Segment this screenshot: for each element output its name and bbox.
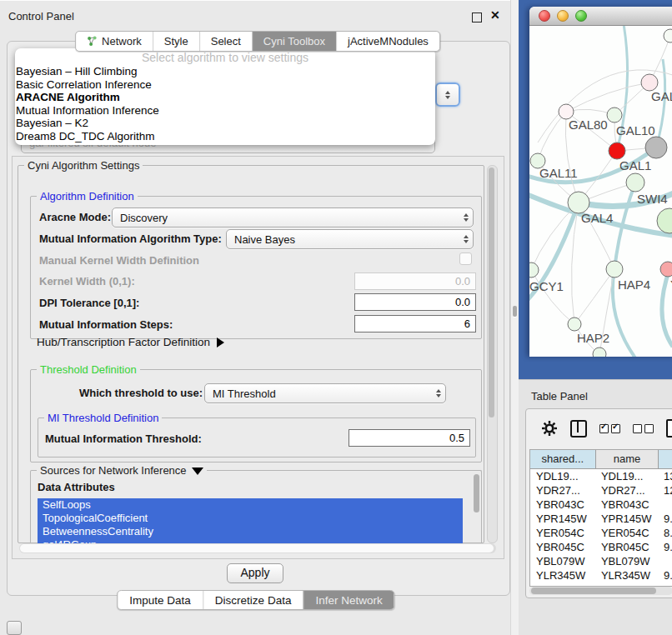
hub-definition-label: Hub/Transcription Factor Definition bbox=[37, 336, 210, 348]
settings-horizontal-scrollbar[interactable] bbox=[19, 543, 496, 553]
network-canvas[interactable]: GALGAL80GAL10GAL1GAL11SWI4GAL4GCY1HAP4YH… bbox=[529, 26, 672, 357]
select-all-checkboxes-icon[interactable] bbox=[599, 424, 620, 433]
table-cell: YBL079W bbox=[595, 554, 658, 568]
algorithm-option-mutual-information-inference[interactable]: Mutual Information Inference bbox=[15, 104, 435, 118]
tab-network[interactable]: Network bbox=[76, 32, 153, 51]
minimize-traffic-light-icon[interactable] bbox=[557, 10, 569, 22]
tab-jactivemnodules[interactable]: jActiveMNodules bbox=[336, 32, 439, 51]
network-edge[interactable] bbox=[574, 269, 614, 324]
algorithm-option-bayesian-k2[interactable]: Bayesian – K2 bbox=[15, 117, 435, 130]
table-cell: YBR043C bbox=[530, 498, 595, 512]
network-node-y[interactable] bbox=[660, 262, 672, 277]
table-row[interactable]: YBR045CYBR045C9. bbox=[530, 540, 672, 554]
which-threshold-label: Which threshold to use: bbox=[79, 387, 203, 399]
sources-group-title[interactable]: Sources for Network Inference bbox=[37, 464, 207, 477]
network-node-hap4[interactable] bbox=[606, 261, 623, 278]
apply-button[interactable]: Apply bbox=[227, 563, 283, 583]
mi-threshold-label: Mutual Information Threshold: bbox=[45, 432, 202, 445]
node-label-gal11: GAL11 bbox=[539, 166, 578, 180]
mi-threshold-field[interactable]: 0.5 bbox=[349, 429, 470, 447]
tab-label: Select bbox=[211, 35, 241, 48]
network-edge[interactable] bbox=[566, 82, 649, 112]
scrollbar-thumb[interactable] bbox=[531, 588, 656, 594]
table-panel-title: Table Panel bbox=[531, 390, 588, 402]
table-panel-region: Table Panel shared...name bbox=[519, 379, 672, 635]
tab-select[interactable]: Select bbox=[199, 32, 252, 51]
algorithm-dropdown-popup: Select algorithm to view settings Bayesi… bbox=[15, 48, 435, 145]
subtab-infer-network[interactable]: Infer Network bbox=[303, 591, 394, 609]
settings-vertical-scrollbar[interactable] bbox=[487, 165, 498, 543]
table-row[interactable]: YPR145WYPR145W9. bbox=[530, 512, 672, 526]
algorithm-option-bayesian-hill-climbing[interactable]: Bayesian – Hill Climbing bbox=[15, 65, 435, 78]
column-header-clipped[interactable] bbox=[659, 450, 672, 468]
collapsed-panel-button[interactable] bbox=[7, 621, 22, 635]
manual-kernel-checkbox[interactable] bbox=[459, 252, 472, 265]
node-attribute-table: shared...name YDL19...YDL19...13YDR27...… bbox=[529, 449, 672, 587]
algorithm-option-aracne-algorithm[interactable]: ARACNE Algorithm bbox=[15, 91, 435, 104]
kernel-width-field[interactable]: 0.0 bbox=[354, 272, 476, 290]
expander-right-triangle-icon bbox=[217, 338, 224, 348]
node-label-swi4: SWI4 bbox=[637, 192, 668, 206]
table-row[interactable]: YDL19...YDL19...13 bbox=[530, 469, 672, 483]
attributes-list-scrollbar[interactable] bbox=[474, 474, 479, 512]
desktop-background: GALGAL80GAL10GAL1GAL11SWI4GAL4GCY1HAP4YH… bbox=[519, 0, 672, 379]
algorithm-option-dream8-dc-tdc-algorithm[interactable]: Dream8 DC_TDC Algorithm bbox=[15, 130, 435, 143]
column-header-shared-[interactable]: shared... bbox=[530, 450, 596, 468]
divider-handle-icon[interactable] bbox=[513, 306, 517, 317]
node-label-gal80: GAL80 bbox=[569, 118, 608, 132]
network-node[interactable] bbox=[593, 348, 606, 357]
column-header-name[interactable]: name bbox=[596, 450, 659, 468]
columns-icon[interactable] bbox=[570, 420, 587, 438]
network-node[interactable] bbox=[664, 29, 672, 42]
network-node[interactable] bbox=[645, 137, 667, 158]
subtab-impute-data[interactable]: Impute Data bbox=[118, 591, 203, 609]
network-node-swi4[interactable] bbox=[626, 173, 644, 192]
table-cell: YLR345W bbox=[530, 568, 595, 582]
float-panel-icon[interactable] bbox=[472, 12, 482, 22]
table-cell: YBL079W bbox=[530, 554, 595, 568]
mi-steps-field[interactable]: 6 bbox=[354, 315, 476, 332]
mi-threshold-definition-group: MI Threshold Definition Mutual Informati… bbox=[38, 418, 476, 458]
algorithm-option-basic-correlation-inference[interactable]: Basic Correlation Inference bbox=[15, 78, 435, 92]
table-row[interactable]: YLR345WYLR345W9. bbox=[530, 568, 672, 582]
table-row[interactable]: YDR27...YDR27...12 bbox=[530, 483, 672, 498]
data-attributes-list[interactable]: SelfLoopsTopologicalCoefficientBetweenne… bbox=[38, 498, 463, 545]
scrollbar-thumb[interactable] bbox=[20, 544, 494, 552]
zoom-traffic-light-icon[interactable] bbox=[575, 10, 587, 22]
close-icon[interactable]: ✕ bbox=[490, 8, 500, 22]
gear-icon[interactable] bbox=[541, 420, 558, 437]
tab-cyni-toolbox[interactable]: Cyni Toolbox bbox=[252, 32, 336, 51]
network-node-hap2[interactable] bbox=[568, 318, 581, 331]
new-table-page-icon[interactable] bbox=[666, 419, 672, 438]
node-label-hap2: HAP2 bbox=[577, 331, 609, 345]
close-traffic-light-icon[interactable] bbox=[539, 10, 550, 22]
deselect-all-checkboxes-icon[interactable] bbox=[633, 424, 654, 433]
network-node-gal[interactable] bbox=[641, 74, 658, 91]
attribute-item-topologicalcoefficient[interactable]: TopologicalCoefficient bbox=[38, 512, 463, 525]
hub-definition-expander[interactable]: Hub/Transcription Factor Definition bbox=[37, 336, 224, 348]
network-node[interactable] bbox=[657, 208, 672, 233]
cyni-toolbox-subtabs: Impute DataDiscretize DataInfer Network bbox=[117, 590, 394, 610]
network-window-titlebar[interactable] bbox=[529, 7, 672, 26]
table-row[interactable]: YBR043CYBR043C bbox=[530, 498, 672, 512]
aracne-mode-combobox[interactable]: Discovery bbox=[112, 208, 474, 228]
attribute-item-betweennesscentrality[interactable]: BetweennessCentrality bbox=[38, 525, 463, 538]
tab-style[interactable]: Style bbox=[153, 32, 199, 51]
algorithm-combobox-focused-fragment[interactable] bbox=[435, 82, 460, 107]
network-node-gal1[interactable] bbox=[609, 142, 625, 159]
network-edge[interactable] bbox=[531, 270, 574, 324]
network-node-gal10[interactable] bbox=[607, 108, 622, 122]
mi-algorithm-type-combobox[interactable]: Naive Bayes bbox=[226, 229, 474, 249]
dpi-tolerance-field[interactable]: 0.0 bbox=[354, 293, 476, 311]
which-threshold-combobox[interactable]: MI Threshold bbox=[204, 383, 446, 403]
table-horizontal-scrollbar[interactable] bbox=[529, 587, 672, 595]
subtab-discretize-data[interactable]: Discretize Data bbox=[203, 591, 303, 609]
network-node-gcy1[interactable] bbox=[529, 262, 539, 278]
scrollbar-thumb[interactable] bbox=[489, 168, 494, 418]
table-row[interactable]: YER054CYER054C8. bbox=[530, 526, 672, 540]
combo-steppers-icon bbox=[432, 389, 445, 398]
tab-label: Network bbox=[102, 35, 142, 48]
table-cell: YBR045C bbox=[530, 540, 595, 554]
table-row[interactable]: YBL079WYBL079W bbox=[530, 554, 672, 568]
attribute-item-selfloops[interactable]: SelfLoops bbox=[38, 498, 463, 512]
